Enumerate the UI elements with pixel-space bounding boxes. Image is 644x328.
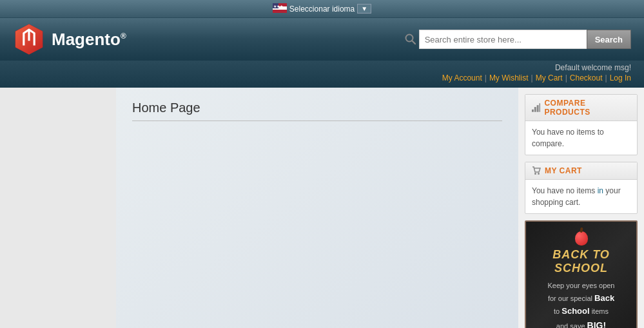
magento-logo-icon [13, 23, 45, 55]
svg-point-14 [534, 173, 536, 175]
page-title: Home Page [132, 101, 502, 121]
promo-widget[interactable]: BACK TO SCHOOL Keep your eyes open for o… [525, 220, 638, 328]
compare-products-body: You have no items to compare. [525, 121, 637, 155]
language-label: Seleccionar idioma [289, 5, 355, 14]
language-selector[interactable]: ★★★ Seleccionar idioma ▼ [273, 3, 371, 15]
search-input[interactable] [419, 30, 587, 49]
my-cart-widget: MY CART You have no items in your shoppi… [525, 162, 638, 214]
svg-line-9 [412, 41, 415, 44]
right-sidebar: COMPARE PRODUCTS You have no items to co… [518, 88, 644, 328]
svg-rect-12 [537, 105, 539, 112]
compare-products-widget: COMPARE PRODUCTS You have no items to co… [525, 94, 638, 155]
main-container: Home Page COMPARE PRODUCTS You have no i… [0, 88, 644, 328]
search-form: Search [405, 30, 631, 49]
nav-checkout[interactable]: Checkout [570, 73, 603, 82]
compare-icon [532, 103, 540, 112]
content-area: Home Page [116, 88, 518, 328]
site-header: Magento® Search [0, 18, 644, 61]
user-nav: Default welcome msg! My Account | My Wis… [0, 61, 644, 88]
logo-text: Magento® [52, 30, 126, 50]
promo-text: Keep your eyes open for our special Back… [548, 280, 615, 328]
welcome-message: Default welcome msg! [13, 63, 631, 72]
cart-body-link[interactable]: in [598, 186, 603, 195]
my-cart-title: MY CART [545, 166, 582, 175]
nav-my-cart[interactable]: My Cart [536, 73, 563, 82]
nav-my-wishlist[interactable]: My Wishlist [489, 73, 529, 82]
nav-links: My Account | My Wishlist | My Cart | Che… [13, 73, 631, 82]
svg-rect-13 [540, 103, 541, 111]
my-cart-body: You have no items in your shopping cart. [525, 180, 637, 213]
language-dropdown-arrow[interactable]: ▼ [357, 4, 371, 14]
svg-rect-11 [534, 107, 536, 112]
svg-text:★★★: ★★★ [273, 5, 283, 8]
search-icon [405, 34, 416, 45]
logo-area: Magento® [13, 23, 126, 55]
compare-products-title: COMPARE PRODUCTS [544, 99, 630, 117]
nav-my-account[interactable]: My Account [442, 73, 482, 82]
svg-point-15 [538, 173, 540, 175]
compare-products-header: COMPARE PRODUCTS [525, 95, 637, 121]
svg-rect-2 [273, 10, 287, 13]
left-sidebar [0, 88, 116, 328]
flag-icon: ★★★ [273, 3, 287, 15]
cart-body-pre: You have no items [532, 186, 598, 195]
promo-title: BACK TO SCHOOL [532, 248, 630, 275]
search-button[interactable]: Search [587, 30, 631, 49]
cart-icon [532, 166, 541, 175]
nav-login[interactable]: Log In [610, 73, 631, 82]
svg-rect-10 [532, 110, 534, 112]
my-cart-header: MY CART [525, 162, 637, 180]
apple-icon [575, 231, 588, 246]
language-bar: ★★★ Seleccionar idioma ▼ [0, 0, 644, 18]
